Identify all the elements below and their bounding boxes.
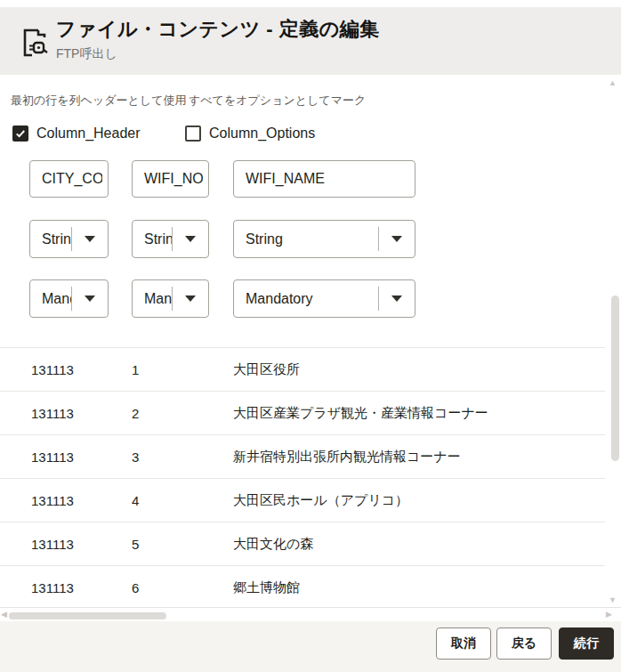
column2-name-input[interactable] xyxy=(133,161,208,197)
cell-city-code: 131113 xyxy=(31,362,74,377)
mark-all-optional-caption: すべてをオプションとしてマーク xyxy=(189,93,366,109)
cell-wifi-name: 大田文化の森 xyxy=(233,536,313,553)
column-header-checkbox-label: Column_Header xyxy=(36,125,141,142)
cell-city-code: 131113 xyxy=(31,537,74,552)
back-button[interactable]: 戻る xyxy=(496,627,552,660)
column2-usage-value: Mandatory xyxy=(133,280,172,317)
cell-wifi-name: 新井宿特別出張所内観光情報コーナー xyxy=(233,449,461,466)
table-row: 131113 5 大田文化の森 xyxy=(0,522,605,565)
cell-city-code: 131113 xyxy=(31,406,74,421)
sample-data-table: 131113 1 大田区役所 131113 2 大田区産業プラザ観光・産業情報コ… xyxy=(0,347,605,609)
column3-usage-select[interactable]: Mandatory xyxy=(233,279,415,318)
cell-wifi-no: 3 xyxy=(132,449,139,465)
column3-name-input[interactable] xyxy=(234,161,415,197)
content-divider xyxy=(0,607,621,608)
page-subtitle: FTP呼出し xyxy=(56,46,380,62)
cell-wifi-name: 大田区民ホール（アプリコ） xyxy=(233,492,408,509)
use-first-row-caption: 最初の行を列ヘッダーとして使用 xyxy=(11,93,186,109)
column1-usage-value: Mandatory xyxy=(30,280,71,317)
dialog-footer: 取消 戻る 続行 xyxy=(0,621,621,672)
table-row: 131113 1 大田区役所 xyxy=(0,347,605,391)
column1-usage-select[interactable]: Mandatory xyxy=(29,279,109,318)
check-icon xyxy=(14,127,27,140)
cell-wifi-no: 2 xyxy=(132,406,139,421)
column1-type-value: String xyxy=(30,221,71,257)
continue-button[interactable]: 続行 xyxy=(559,627,614,660)
cell-city-code: 131113 xyxy=(31,493,74,508)
cell-wifi-no: 5 xyxy=(132,537,139,552)
chevron-down-icon xyxy=(185,236,196,242)
cell-wifi-no: 6 xyxy=(132,580,139,595)
column3-type-select[interactable]: String xyxy=(233,220,415,258)
column-options-checkbox-label: Column_Options xyxy=(209,125,315,142)
column-options-checkbox[interactable] xyxy=(185,125,201,142)
chevron-down-icon xyxy=(391,296,402,302)
scroll-right-arrow-icon[interactable]: ▶ xyxy=(606,610,612,619)
edit-definition-dialog: ファイル・コンテンツ - 定義の編集 FTP呼出し 最初の行を列ヘッダーとして使… xyxy=(0,0,621,672)
table-row: 131113 2 大田区産業プラザ観光・産業情報コーナー xyxy=(0,391,605,434)
cell-city-code: 131113 xyxy=(31,580,74,595)
column2-usage-select[interactable]: Mandatory xyxy=(132,279,209,318)
page-title: ファイル・コンテンツ - 定義の編集 xyxy=(56,16,380,43)
column3-usage-dropdown-button[interactable] xyxy=(379,280,415,317)
chevron-down-icon xyxy=(391,236,402,242)
file-plug-icon xyxy=(20,23,50,59)
column2-type-select[interactable]: String xyxy=(132,220,209,258)
column2-type-value: String xyxy=(133,221,172,257)
column3-type-value: String xyxy=(234,221,378,257)
cell-wifi-no: 1 xyxy=(132,362,139,377)
chevron-down-icon xyxy=(185,296,196,302)
column3-type-dropdown-button[interactable] xyxy=(379,221,415,257)
table-row: 131113 6 郷土博物館 xyxy=(0,565,605,609)
table-row: 131113 3 新井宿特別出張所内観光情報コーナー xyxy=(0,434,605,478)
column1-usage-dropdown-button[interactable] xyxy=(72,280,108,317)
cell-wifi-name: 大田区役所 xyxy=(233,361,300,378)
column-header-checkbox-group: Column_Header xyxy=(12,125,141,142)
cell-wifi-name: 大田区産業プラザ観光・産業情報コーナー xyxy=(233,405,488,422)
dialog-header-text: ファイル・コンテンツ - 定義の編集 FTP呼出し xyxy=(56,16,380,62)
column1-type-select[interactable]: String xyxy=(29,220,109,258)
chevron-down-icon xyxy=(85,296,95,302)
dialog-header: ファイル・コンテンツ - 定義の編集 FTP呼出し xyxy=(0,7,621,75)
scroll-left-arrow-icon[interactable]: ◀ xyxy=(1,610,7,619)
column-options-checkbox-group: Column_Options xyxy=(185,125,315,142)
column1-name-field xyxy=(29,160,109,198)
column2-name-field xyxy=(132,160,209,198)
cell-wifi-no: 4 xyxy=(132,493,139,508)
checkbox-row: Column_Header Column_Options xyxy=(0,125,621,145)
cell-city-code: 131113 xyxy=(31,449,74,465)
column2-usage-dropdown-button[interactable] xyxy=(173,280,208,317)
scroll-down-arrow-icon[interactable]: ▼ xyxy=(609,595,617,604)
chevron-down-icon xyxy=(85,236,95,242)
column1-type-dropdown-button[interactable] xyxy=(72,221,108,257)
column1-name-input[interactable] xyxy=(30,161,108,197)
cancel-button[interactable]: 取消 xyxy=(436,627,491,660)
horizontal-scrollbar-thumb[interactable] xyxy=(9,612,166,619)
column2-type-dropdown-button[interactable] xyxy=(173,221,208,257)
column-header-checkbox[interactable] xyxy=(12,125,28,142)
scroll-up-arrow-icon[interactable]: ▲ xyxy=(609,78,617,87)
column3-name-field xyxy=(233,160,415,198)
table-row: 131113 4 大田区民ホール（アプリコ） xyxy=(0,478,605,522)
column3-usage-value: Mandatory xyxy=(234,280,378,317)
cell-wifi-name: 郷土博物館 xyxy=(233,579,300,596)
vertical-scrollbar-thumb[interactable] xyxy=(611,296,619,461)
